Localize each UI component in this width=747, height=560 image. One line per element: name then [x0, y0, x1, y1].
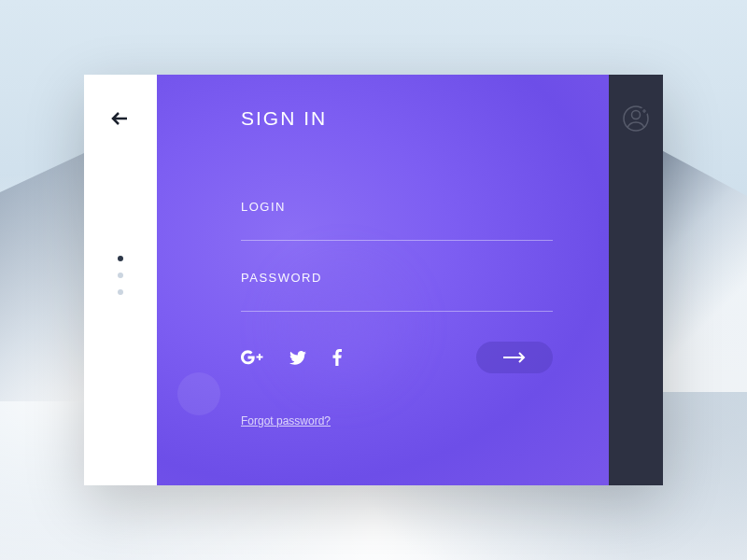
decorative-circle [177, 372, 220, 415]
twitter-button[interactable] [289, 351, 306, 365]
back-button[interactable] [109, 107, 132, 130]
twitter-icon [289, 351, 306, 365]
login-field-group: LOGIN [241, 200, 553, 241]
social-buttons [241, 349, 342, 366]
google-plus-button[interactable] [241, 350, 263, 365]
submit-button[interactable] [476, 342, 553, 373]
facebook-icon [332, 349, 342, 366]
pagination-dots [118, 256, 123, 295]
password-field-group: PASSWORD [241, 271, 553, 312]
signin-form: LOGIN PASSWORD [241, 200, 553, 428]
add-user-button[interactable] [622, 105, 650, 133]
dot-3[interactable] [118, 289, 123, 295]
login-input[interactable] [241, 219, 553, 241]
main-panel: SIGN IN LOGIN PASSWORD [157, 75, 609, 485]
user-add-icon [622, 105, 650, 133]
facebook-button[interactable] [332, 349, 342, 366]
dot-1[interactable] [118, 256, 123, 261]
dot-2[interactable] [118, 273, 123, 278]
left-sidebar [84, 75, 157, 485]
password-label: PASSWORD [241, 271, 553, 285]
page-title: SIGN IN [241, 107, 553, 130]
login-label: LOGIN [241, 200, 553, 214]
google-plus-icon [241, 350, 263, 365]
arrow-right-icon [501, 351, 528, 364]
right-sidebar [609, 75, 663, 485]
signin-card: SIGN IN LOGIN PASSWORD [84, 75, 663, 485]
actions-row [241, 342, 553, 373]
arrow-left-icon [109, 107, 132, 130]
password-input[interactable] [241, 290, 553, 312]
svg-point-1 [632, 111, 641, 119]
forgot-password-link[interactable]: Forgot password? [241, 414, 331, 427]
